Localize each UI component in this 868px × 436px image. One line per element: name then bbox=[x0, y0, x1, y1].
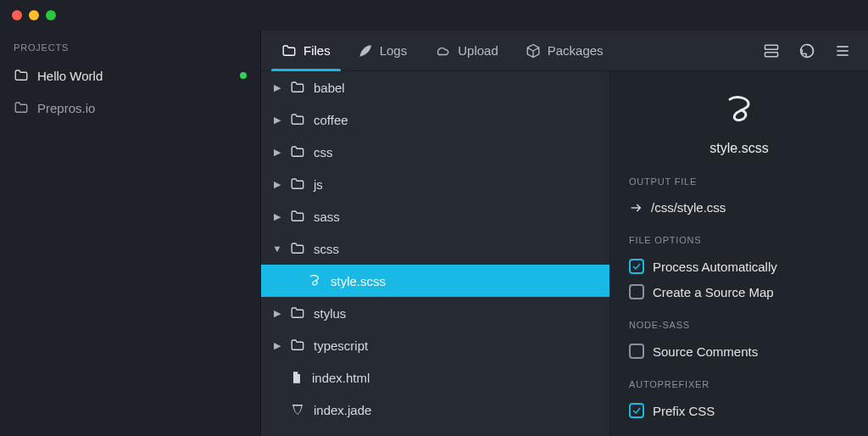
tree-label: typescript bbox=[314, 338, 368, 353]
tree-row-js[interactable]: ▶js bbox=[261, 168, 609, 200]
tree-row-typescript[interactable]: ▶typescript bbox=[261, 329, 609, 361]
project-label: Hello World bbox=[37, 69, 103, 83]
file-details-panel: style.scss OUTPUT FILE /css/style.css FI… bbox=[610, 71, 868, 436]
cloud-icon bbox=[434, 43, 451, 59]
tree-row-index-jade[interactable]: ▶index.jade bbox=[261, 394, 609, 426]
output-file-row[interactable]: /css/style.css bbox=[629, 195, 849, 220]
maximize-window-button[interactable] bbox=[46, 10, 56, 20]
tab-logs[interactable]: Logs bbox=[344, 31, 421, 70]
tree-label: style.scss bbox=[331, 274, 386, 288]
tree-label: js bbox=[314, 177, 323, 192]
chevron-right-icon: ▶ bbox=[273, 147, 281, 158]
jade-icon bbox=[290, 402, 305, 417]
chevron-right-icon: ▶ bbox=[273, 82, 281, 93]
folder-icon bbox=[290, 338, 305, 353]
chevron-down-icon: ▼ bbox=[273, 243, 281, 254]
folder-icon bbox=[290, 80, 305, 95]
tree-label: coffee bbox=[314, 113, 348, 127]
projects-sidebar: PROJECTS Hello World Prepros.io bbox=[0, 31, 261, 436]
package-icon bbox=[526, 43, 541, 59]
tree-label: babel bbox=[314, 81, 345, 95]
option-label: Source Comments bbox=[653, 344, 758, 359]
option-label: Process Automatically bbox=[653, 260, 777, 274]
tree-row-scss[interactable]: ▼scss bbox=[261, 232, 609, 265]
tree-label: scss bbox=[314, 242, 339, 256]
tree-row-css[interactable]: ▶css bbox=[261, 136, 609, 168]
output-path: /css/style.css bbox=[651, 200, 726, 215]
project-item-prepros[interactable]: Prepros.io bbox=[0, 92, 260, 124]
file-icon bbox=[290, 370, 303, 385]
sidebar-heading: PROJECTS bbox=[0, 31, 260, 59]
folder-icon bbox=[290, 305, 305, 321]
option-source-comments[interactable]: Source Comments bbox=[629, 338, 849, 364]
tab-upload[interactable]: Upload bbox=[420, 31, 512, 70]
section-heading-file-options: FILE OPTIONS bbox=[629, 235, 849, 245]
window-controls bbox=[12, 10, 56, 20]
folder-icon bbox=[290, 112, 305, 127]
tree-row-coffee[interactable]: ▶coffee bbox=[261, 103, 609, 136]
svg-rect-1 bbox=[765, 52, 778, 56]
tree-row-style-scss[interactable]: ▶style.scss bbox=[261, 265, 609, 297]
option-label: Prefix CSS bbox=[653, 404, 715, 418]
section-heading-autoprefixer: AUTOPREFIXER bbox=[629, 379, 849, 389]
minimize-window-button[interactable] bbox=[29, 10, 39, 20]
chevron-right-icon: ▶ bbox=[273, 340, 281, 351]
checkbox-icon bbox=[629, 284, 644, 299]
tab-label: Packages bbox=[548, 43, 604, 58]
tree-row-stylus[interactable]: ▶stylus bbox=[261, 297, 609, 329]
folder-icon bbox=[14, 68, 29, 83]
option-source-map[interactable]: Create a Source Map bbox=[629, 279, 849, 305]
tree-label: index.html bbox=[312, 371, 370, 385]
tab-files[interactable]: Files bbox=[268, 31, 344, 70]
checkbox-icon bbox=[629, 403, 644, 418]
tab-label: Logs bbox=[380, 43, 408, 58]
section-heading-output: OUTPUT FILE bbox=[629, 176, 849, 187]
folder-icon bbox=[290, 241, 305, 256]
option-prefix-css[interactable]: Prefix CSS bbox=[629, 398, 849, 423]
project-label: Prepros.io bbox=[37, 101, 95, 115]
svg-rect-0 bbox=[765, 45, 778, 49]
titlebar bbox=[0, 0, 868, 31]
sass-icon bbox=[721, 92, 758, 129]
tree-label: sass bbox=[314, 210, 340, 224]
checkbox-icon bbox=[629, 344, 644, 359]
close-window-button[interactable] bbox=[12, 10, 22, 20]
tree-label: css bbox=[314, 145, 333, 159]
file-tree: ▶babel▶coffee▶css▶js▶sass▼scss▶style.scs… bbox=[261, 71, 610, 436]
chevron-right-icon: ▶ bbox=[273, 179, 281, 190]
details-filename: style.scss bbox=[709, 141, 768, 156]
tab-bar: Files Logs Upload bbox=[261, 31, 868, 71]
project-item-hello-world[interactable]: Hello World bbox=[0, 59, 260, 92]
menu-button[interactable] bbox=[832, 41, 853, 61]
tab-label: Upload bbox=[458, 43, 498, 58]
tree-label: index.jade bbox=[314, 403, 371, 417]
layout-toggle-button[interactable] bbox=[761, 41, 782, 61]
chevron-right-icon: ▶ bbox=[273, 211, 281, 222]
tree-label: stylus bbox=[314, 306, 346, 321]
status-dot-icon bbox=[240, 72, 247, 79]
folder-icon bbox=[290, 209, 305, 224]
tree-row-index-html[interactable]: ▶index.html bbox=[261, 361, 609, 394]
feather-icon bbox=[358, 43, 373, 59]
folder-icon bbox=[290, 144, 305, 159]
tab-label: Files bbox=[303, 43, 331, 58]
palette-button[interactable] bbox=[797, 41, 817, 61]
folder-icon bbox=[281, 43, 297, 59]
sass-icon bbox=[307, 273, 322, 288]
folder-icon bbox=[14, 100, 29, 115]
tab-packages[interactable]: Packages bbox=[512, 31, 617, 70]
tree-row-babel[interactable]: ▶babel bbox=[261, 71, 609, 103]
folder-icon bbox=[290, 176, 305, 192]
checkbox-icon bbox=[629, 259, 644, 274]
tree-row-sass[interactable]: ▶sass bbox=[261, 200, 609, 232]
arrow-right-icon bbox=[629, 201, 643, 215]
option-process-automatically[interactable]: Process Automatically bbox=[629, 254, 849, 279]
section-heading-node-sass: NODE-SASS bbox=[629, 320, 849, 330]
chevron-right-icon: ▶ bbox=[273, 115, 281, 126]
chevron-right-icon: ▶ bbox=[273, 308, 281, 319]
option-label: Create a Source Map bbox=[653, 285, 774, 299]
